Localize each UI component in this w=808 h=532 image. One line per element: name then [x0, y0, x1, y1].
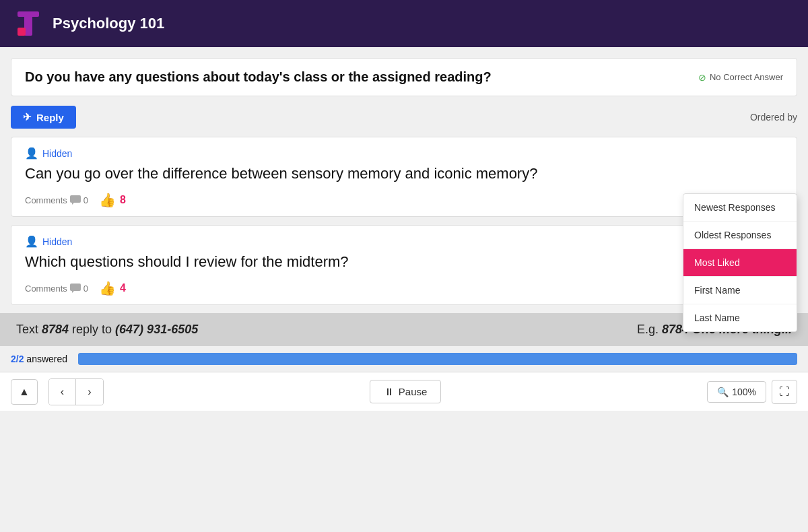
app-logo [13, 9, 43, 38]
response-footer-1: Comments 0 👍 8 [25, 192, 783, 208]
text-eg: E.g. [637, 323, 662, 336]
reply-label: Reply [36, 112, 64, 123]
svg-marker-6 [72, 291, 74, 293]
no-correct-badge: ⊘ No Correct Answer [698, 72, 783, 83]
comments-count-2: 0 [83, 284, 88, 294]
ordered-by-label: Ordered by [750, 112, 797, 123]
response-card-1: 👤 Hidden Can you go over the difference … [11, 137, 797, 217]
reply-button[interactable]: ✈ Reply [11, 106, 76, 129]
user-icon-2: 👤 [25, 235, 38, 248]
page-title: Psychology 101 [53, 15, 164, 32]
comments-section-1: Comments 0 [25, 195, 88, 205]
response-username-1: Hidden [42, 148, 72, 159]
response-text-1: Can you go over the difference between s… [25, 165, 783, 182]
response-user-1: 👤 Hidden [25, 147, 783, 160]
like-icon-2[interactable]: 👍 [99, 280, 116, 296]
user-icon-1: 👤 [25, 147, 38, 160]
text-prefix: Text [16, 323, 42, 336]
sort-last-name[interactable]: Last Name [683, 304, 797, 331]
no-correct-label: No Correct Answer [710, 72, 783, 82]
fullscreen-button[interactable]: ⛶ [772, 380, 797, 404]
status-bar: 2/2 answered [0, 346, 808, 372]
next-button[interactable]: › [76, 379, 103, 405]
comments-count-1: 0 [83, 195, 88, 205]
answered-label: 2/2 answered [11, 354, 67, 364]
sort-dropdown: Newest Responses Oldest Responses Most L… [683, 193, 797, 332]
likes-section-1: 👍 8 [99, 192, 126, 208]
nav-left: ▲ ‹ › [11, 378, 104, 405]
answered-text: answered [26, 354, 67, 364]
prev-button[interactable]: ‹ [49, 379, 76, 405]
comments-label-2: Comments [25, 284, 67, 294]
response-username-2: Hidden [42, 236, 72, 247]
response-card-2: 👤 Hidden Which questions should I review… [11, 225, 797, 305]
zoom-label: 100% [732, 387, 756, 397]
comment-icon-2 [70, 284, 81, 293]
comments-section-2: Comments 0 [25, 284, 88, 294]
progress-bar [78, 353, 797, 365]
sort-first-name[interactable]: First Name [683, 277, 797, 304]
like-icon-1[interactable]: 👍 [99, 192, 116, 208]
comment-icon-1 [70, 195, 81, 205]
likes-section-2: 👍 4 [99, 280, 126, 296]
prev-next-group: ‹ › [48, 378, 104, 405]
answered-fraction: 2/2 [11, 354, 24, 364]
zoom-button[interactable]: 🔍 100% [707, 381, 766, 403]
pause-icon: ⏸ [384, 386, 394, 397]
check-circle-icon: ⊘ [698, 72, 706, 83]
like-count-2: 4 [120, 282, 126, 294]
text-bar-left: Text 8784 reply to (647) 931-6505 [16, 323, 198, 337]
main-content: Do you have any questions about today's … [0, 47, 808, 305]
prev-icon: ‹ [61, 386, 64, 398]
progress-bar-fill [78, 353, 797, 365]
svg-marker-4 [72, 203, 74, 205]
response-user-2: 👤 Hidden [25, 235, 783, 248]
svg-rect-3 [70, 195, 81, 203]
question-text: Do you have any questions about today's … [25, 69, 492, 85]
text-code: 8784 [42, 323, 69, 336]
up-icon: ▲ [19, 386, 30, 398]
sort-newest[interactable]: Newest Responses [683, 194, 797, 222]
zoom-icon: 🔍 [717, 387, 729, 397]
fullscreen-icon: ⛶ [779, 386, 790, 398]
text-phone: (647) 931-6505 [115, 323, 198, 336]
next-icon: › [88, 386, 91, 398]
svg-rect-5 [70, 284, 81, 291]
pause-button[interactable]: ⏸ Pause [370, 380, 442, 403]
text-middle: reply to [69, 323, 115, 336]
nav-right: 🔍 100% ⛶ [707, 380, 797, 404]
nav-bar: ▲ ‹ › ⏸ Pause 🔍 100% ⛶ [0, 372, 808, 411]
like-count-1: 8 [120, 194, 126, 206]
sort-oldest[interactable]: Oldest Responses [683, 222, 797, 249]
svg-rect-2 [18, 28, 26, 36]
header: Psychology 101 [0, 0, 808, 47]
pause-label: Pause [399, 386, 428, 397]
comments-label-1: Comments [25, 195, 67, 205]
action-row: ✈ Reply Ordered by [11, 106, 797, 129]
response-text-2: Which questions should I review for the … [25, 253, 783, 271]
question-card: Do you have any questions about today's … [11, 58, 797, 96]
up-button[interactable]: ▲ [11, 379, 38, 405]
sort-most-liked[interactable]: Most Liked [683, 249, 797, 277]
response-footer-2: Comments 0 👍 4 [25, 280, 783, 296]
reply-icon: ✈ [23, 111, 32, 123]
